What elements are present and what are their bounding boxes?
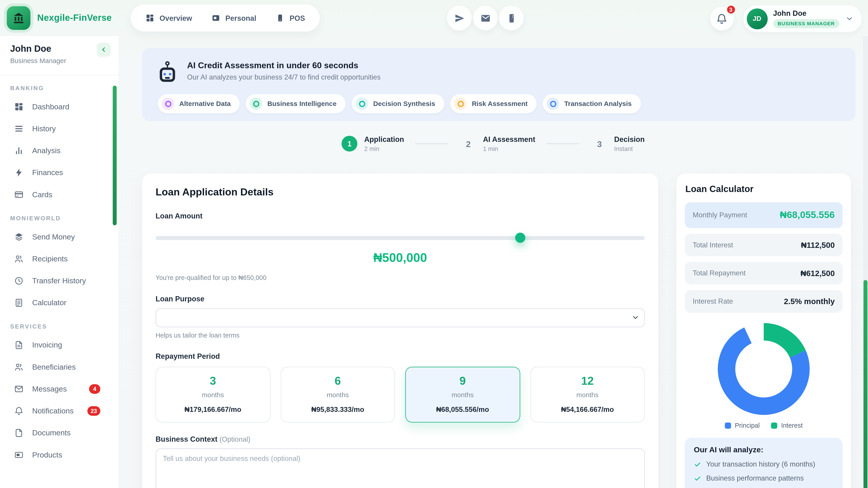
sidebar-item[interactable]: Documents — [0, 422, 119, 444]
bell-icon — [716, 13, 727, 24]
step-duration: 1 min — [483, 145, 535, 152]
legend-swatch — [771, 422, 777, 428]
repayment-option[interactable]: 12 months ₦54,166.667/mo — [530, 367, 645, 422]
repayment-option[interactable]: 3 months ₦179,166.667/mo — [156, 367, 270, 422]
loan-amount-value: ₦500,000 — [156, 251, 645, 265]
notifications-button[interactable]: 3 — [710, 7, 734, 31]
sidebar-item[interactable]: Transfer History — [0, 270, 119, 292]
sidebar-item-label: Finances — [32, 168, 63, 177]
sidebar-item-label: Notifications — [32, 407, 73, 415]
business-context-textarea[interactable] — [156, 449, 645, 488]
sidebar-section: SERVICES Invoicing Benef — [0, 314, 119, 466]
option-monthly-amount: ₦179,166.667/mo — [158, 405, 268, 414]
ai-pill-label: Alternative Data — [179, 100, 231, 107]
page-scrollbar[interactable] — [863, 36, 868, 488]
principal-interest-donut-chart — [685, 322, 843, 416]
legend-item: Principal — [725, 422, 760, 429]
sidebar-item[interactable]: Recipients — [0, 248, 119, 270]
header-action-button[interactable] — [447, 6, 472, 31]
ring-icon — [165, 101, 171, 107]
sidebar-item[interactable]: Cards — [0, 184, 119, 205]
ai-pill-label: Decision Synthesis — [373, 100, 435, 107]
repayment-option[interactable]: 6 months ₦95,833.333/mo — [281, 367, 395, 422]
step-connector — [415, 143, 448, 144]
ai-analyze-title: Our AI will analyze: — [694, 446, 833, 454]
sidebar-item-label: Documents — [32, 429, 70, 437]
sidebar-item[interactable]: Notifications 23 — [0, 400, 119, 422]
top-tab[interactable]: POS — [276, 13, 305, 23]
sidebar-scrollbar-thumb[interactable] — [113, 86, 117, 225]
slider-track[interactable] — [156, 236, 645, 240]
chevron-left-icon — [100, 46, 107, 54]
history-icon — [14, 124, 24, 133]
page-scrollbar-thumb[interactable] — [864, 280, 867, 488]
user-menu[interactable]: JD John Doe BUSINESS MANAGER — [743, 4, 862, 33]
user-name: John Doe — [773, 9, 839, 18]
top-tab[interactable]: Personal — [211, 13, 256, 23]
sidebar-item[interactable]: Messages 4 — [0, 378, 119, 400]
sidebar-item-label: Cards — [32, 191, 53, 199]
progress-step: 3 Decision Instant — [592, 135, 645, 152]
sidebar-item-badge: 4 — [89, 384, 100, 394]
bell-outline-icon — [14, 406, 24, 416]
ai-capability-pill[interactable]: Transaction Analysis — [543, 94, 641, 113]
calculator-row: Monthly Payment ₦68,055.556 — [685, 202, 843, 228]
header-action-button[interactable] — [499, 6, 524, 31]
step-number: 3 — [592, 136, 608, 152]
top-tab-bar: Overview Personal POS — [131, 4, 320, 32]
sidebar: John Doe Business Manager BANKING Dashbo… — [0, 36, 119, 488]
invoice-icon — [14, 340, 24, 350]
ring-icon — [550, 101, 556, 107]
ai-capability-pill[interactable]: Business Intelligence — [246, 94, 346, 113]
sidebar-item[interactable]: Dashboard — [0, 96, 119, 118]
chevron-down-icon — [845, 14, 854, 23]
sidebar-item[interactable]: Invoicing — [0, 334, 119, 356]
header-action-button[interactable] — [473, 6, 498, 31]
loan-amount-slider[interactable] — [156, 233, 645, 243]
repayment-period-label: Repayment Period — [156, 352, 645, 360]
loan-amount-label: Loan Amount — [156, 212, 645, 220]
option-unit: months — [283, 391, 392, 399]
brand-name: Nexgile-FinVerse — [37, 13, 112, 23]
sidebar-item[interactable]: Products — [0, 444, 119, 466]
sidebar-item-label: Beneficiaries — [32, 363, 76, 371]
sidebar-collapse-button[interactable] — [97, 43, 111, 57]
chart-legend: Principal Interest — [685, 422, 843, 429]
users-icon — [14, 254, 24, 264]
option-unit: months — [158, 391, 268, 399]
top-tab-label: POS — [289, 14, 305, 22]
banner-title: AI Credit Assessment in under 60 seconds — [187, 60, 381, 70]
sidebar-item[interactable]: Beneficiaries — [0, 356, 119, 378]
sidebar-item[interactable]: Finances — [0, 162, 119, 184]
calc-row-label: Interest Rate — [693, 297, 733, 305]
analysis-icon — [14, 146, 24, 156]
calc-row-value: ₦612,500 — [800, 269, 835, 278]
sidebar-user-header: John Doe Business Manager — [0, 36, 119, 76]
loan-purpose-select[interactable] — [156, 308, 645, 327]
top-tab[interactable]: Overview — [145, 13, 192, 23]
ai-capability-pill[interactable]: Risk Assessment — [451, 94, 537, 113]
sidebar-section-label: BANKING — [0, 75, 119, 96]
progress-steps: 1 Application 2 min 2 AI Assessment 1 mi… — [119, 135, 868, 152]
option-months: 9 — [408, 375, 517, 387]
calc-row-label: Monthly Payment — [693, 211, 747, 219]
sidebar-item[interactable]: Calculator — [0, 292, 119, 314]
slider-thumb[interactable] — [515, 233, 525, 243]
option-months: 6 — [283, 375, 392, 387]
sidebar-item-label: History — [32, 125, 56, 133]
sidebar-item[interactable]: Send Money — [0, 226, 119, 248]
header-right: 3 JD John Doe BUSINESS MANAGER — [710, 4, 862, 33]
legend-item: Interest — [771, 422, 803, 429]
ai-capability-pill[interactable]: Alternative Data — [158, 94, 240, 113]
repayment-option[interactable]: 9 months ₦68,055.556/mo — [405, 367, 520, 422]
products-icon — [14, 450, 24, 459]
ring-icon — [458, 101, 464, 107]
sidebar-item[interactable]: Analysis — [0, 140, 119, 162]
grid-icon — [145, 13, 154, 23]
loan-purpose-label: Loan Purpose — [156, 295, 645, 303]
form-title: Loan Application Details — [156, 186, 645, 198]
ai-capability-pill[interactable]: Decision Synthesis — [352, 94, 444, 113]
repayment-options: 3 months ₦179,166.667/mo 6 months ₦95,83… — [156, 367, 645, 422]
sidebar-item[interactable]: History — [0, 118, 119, 140]
loan-application-card: Loan Application Details Loan Amount ₦50… — [142, 173, 658, 488]
